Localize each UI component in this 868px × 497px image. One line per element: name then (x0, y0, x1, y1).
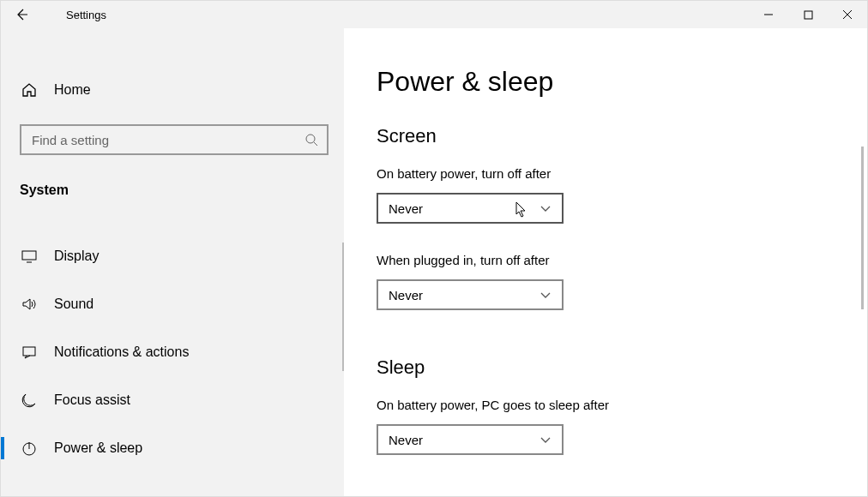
chevron-down-icon (539, 202, 552, 214)
window-controls (749, 1, 867, 28)
sleep-battery-select[interactable]: Never (377, 424, 564, 455)
category-label: System (1, 171, 344, 210)
home-icon (20, 81, 39, 99)
mouse-cursor-icon (515, 201, 529, 219)
nav-list: Display Sound Notifications & actions Fo… (1, 232, 344, 472)
sidebar-item-label: Power & sleep (54, 440, 142, 456)
sidebar-item-power-sleep[interactable]: Power & sleep (1, 424, 344, 472)
focus-assist-icon (20, 391, 39, 410)
close-button[interactable] (828, 1, 867, 28)
maximize-icon (804, 10, 813, 20)
titlebar: Settings (1, 1, 867, 28)
sidebar-item-display[interactable]: Display (1, 232, 344, 280)
screen-battery-select[interactable]: Never (377, 193, 564, 224)
search-wrap (20, 124, 329, 155)
display-icon (20, 247, 39, 266)
section-sleep-heading: Sleep (377, 356, 867, 379)
select-value: Never (389, 201, 423, 216)
sidebar-item-label: Notifications & actions (54, 344, 189, 360)
main-content: Power & sleep Screen On battery power, t… (344, 28, 867, 496)
select-value: Never (389, 433, 423, 447)
screen-plugged-select[interactable]: Never (377, 279, 564, 310)
sidebar-item-notifications[interactable]: Notifications & actions (1, 328, 344, 376)
minimize-icon (763, 9, 774, 20)
svg-rect-2 (22, 251, 36, 260)
chevron-down-icon (539, 289, 552, 301)
arrow-left-icon (15, 8, 28, 21)
notifications-icon (20, 343, 39, 362)
select-value: Never (389, 288, 423, 302)
back-button[interactable] (4, 1, 39, 28)
sidebar-item-label: Focus assist (54, 392, 130, 408)
maximize-button[interactable] (788, 1, 828, 28)
search-icon (304, 133, 318, 147)
nav-home[interactable]: Home (1, 66, 344, 114)
chevron-down-icon (539, 434, 552, 446)
minimize-button[interactable] (749, 1, 788, 28)
window-title: Settings (66, 9, 106, 21)
sidebar-item-label: Sound (54, 296, 93, 312)
search-box[interactable] (20, 124, 329, 155)
svg-point-1 (306, 135, 315, 143)
nav-home-label: Home (54, 82, 91, 98)
section-screen-heading: Screen (377, 125, 867, 147)
page-title: Power & sleep (377, 66, 867, 98)
sleep-battery-label: On battery power, PC goes to sleep after (377, 398, 867, 412)
sidebar-item-focus-assist[interactable]: Focus assist (1, 376, 344, 424)
search-input[interactable] (30, 132, 304, 148)
main-scrollbar[interactable] (861, 147, 864, 309)
svg-rect-3 (23, 347, 35, 356)
power-icon (20, 439, 39, 458)
sidebar: Home System Display Sound Notificat (1, 28, 344, 496)
sidebar-item-sound[interactable]: Sound (1, 280, 344, 328)
svg-rect-0 (805, 11, 812, 19)
screen-battery-label: On battery power, turn off after (377, 166, 867, 181)
screen-plugged-label: When plugged in, turn off after (377, 253, 867, 267)
close-icon (842, 9, 853, 20)
sidebar-item-label: Display (54, 248, 99, 264)
sound-icon (20, 295, 39, 314)
